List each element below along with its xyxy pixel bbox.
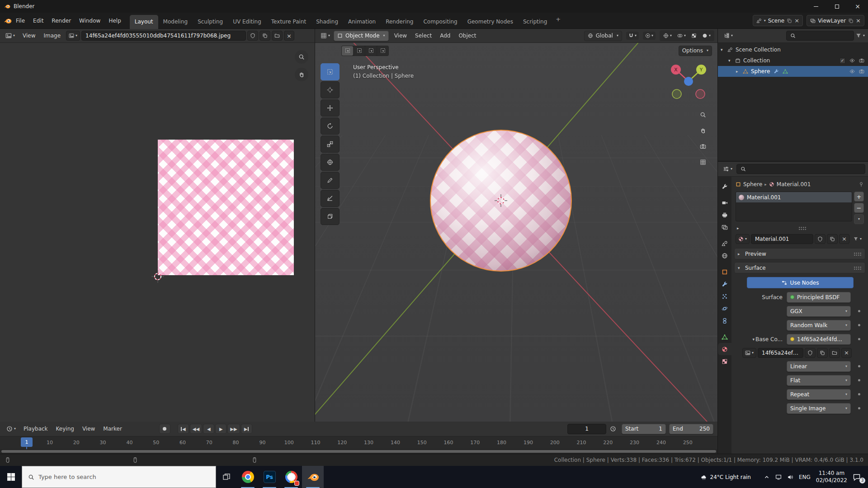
outliner-search[interactable] bbox=[786, 31, 854, 41]
editor-type-button-timeline[interactable]: ▾ bbox=[4, 424, 18, 433]
timeline-scrollbar[interactable] bbox=[0, 449, 717, 454]
maximize-button[interactable] bbox=[826, 0, 847, 13]
image-menu-image[interactable]: Image bbox=[40, 30, 65, 42]
select-mode-new[interactable] bbox=[342, 46, 353, 56]
drag-handle-icon[interactable] bbox=[798, 226, 807, 230]
view-layer-selector[interactable]: ViewLayer × bbox=[807, 15, 864, 26]
breadcrumb-material[interactable]: Material.001 bbox=[777, 181, 811, 188]
eye-icon[interactable] bbox=[849, 69, 855, 74]
animate-dot-icon[interactable] bbox=[858, 365, 860, 367]
zoom-gizmo[interactable] bbox=[295, 50, 308, 64]
tool-transform[interactable] bbox=[321, 154, 340, 171]
camera-icon[interactable] bbox=[859, 69, 864, 74]
tool-rotate[interactable] bbox=[321, 117, 340, 135]
properties-tab-constraint[interactable] bbox=[718, 314, 731, 327]
close-button[interactable]: × bbox=[847, 0, 868, 13]
proportional-editing-toggle[interactable]: ▾ bbox=[643, 32, 656, 40]
gizmo-negative-x-ball[interactable] bbox=[696, 89, 705, 99]
tray-expand-icon[interactable] bbox=[764, 474, 770, 480]
surface-shader-button[interactable]: Principled BSDF bbox=[787, 292, 851, 303]
material-new-button[interactable] bbox=[827, 234, 838, 244]
properties-tab-viewlayer[interactable] bbox=[718, 221, 731, 233]
properties-tab-output[interactable] bbox=[718, 209, 731, 221]
menu-file[interactable]: File bbox=[12, 15, 29, 27]
zoom-icon[interactable] bbox=[700, 112, 706, 118]
image-name-field[interactable]: 14f65a24ef4fd03555010ddb47541611f797b068… bbox=[81, 31, 246, 41]
select-mode-subtract[interactable] bbox=[365, 46, 377, 56]
volume-icon[interactable] bbox=[787, 474, 793, 480]
properties-tab-scene[interactable] bbox=[718, 237, 731, 249]
current-frame-field[interactable]: 1 bbox=[567, 424, 606, 434]
frame-end-field[interactable]: End 250 bbox=[669, 424, 713, 434]
image-name-field-props[interactable]: 14f65a24ef4fd... bbox=[758, 348, 803, 358]
projection-dropdown[interactable]: Flat ▾ bbox=[787, 375, 851, 386]
properties-tab-object[interactable] bbox=[718, 266, 731, 278]
preview-panel-header[interactable]: ▸ Preview bbox=[734, 248, 865, 259]
play-reverse-button[interactable]: ◀ bbox=[203, 424, 214, 434]
browse-image-datablock-button[interactable]: ▾ bbox=[66, 31, 80, 41]
tool-move[interactable] bbox=[321, 99, 340, 117]
editor-type-button-viewport[interactable]: ▾ bbox=[318, 31, 332, 40]
base-color-label[interactable]: ▾ Base Co... bbox=[731, 336, 787, 343]
disclosure-triangle-icon[interactable]: ▾ bbox=[721, 47, 726, 52]
taskbar-weather[interactable]: 24°C Light rain bbox=[701, 474, 751, 480]
properties-tab-data[interactable] bbox=[718, 331, 731, 343]
menu-edit[interactable]: Edit bbox=[29, 15, 47, 27]
material-fake-user-toggle[interactable] bbox=[815, 234, 826, 244]
show-overlays-dropdown[interactable]: ▾ bbox=[675, 32, 688, 40]
chevron-down-icon[interactable]: ▾ bbox=[863, 34, 865, 38]
timeline-ruler[interactable]: 1 10203040506070809010011012013014015016… bbox=[0, 436, 717, 449]
copy-icon[interactable] bbox=[848, 18, 854, 23]
timeline-menu-view[interactable]: View bbox=[78, 423, 99, 435]
image-menu-view[interactable]: View bbox=[19, 30, 39, 42]
properties-tab-modifier[interactable] bbox=[718, 278, 731, 290]
animate-dot-icon[interactable] bbox=[858, 407, 860, 409]
add-workspace-button[interactable]: + bbox=[552, 16, 564, 25]
gizmo-negative-y-ball[interactable] bbox=[672, 89, 681, 99]
tool-add-cube[interactable] bbox=[321, 208, 340, 225]
viewport-menu-object[interactable]: Object bbox=[454, 30, 480, 42]
taskbar-app-chrome[interactable] bbox=[237, 466, 259, 488]
animate-dot-icon[interactable] bbox=[858, 379, 860, 381]
use-nodes-button[interactable]: Use Nodes bbox=[747, 277, 854, 288]
taskbar-search[interactable] bbox=[22, 466, 216, 488]
viewport-menu-select[interactable]: Select bbox=[411, 30, 436, 42]
editor-type-button-image[interactable]: ▾ bbox=[3, 31, 17, 40]
exclude-checkbox[interactable]: ✓ bbox=[840, 58, 845, 64]
navigation-gizmo[interactable]: X Y bbox=[667, 61, 710, 104]
workspace-tab-shading[interactable]: Shading bbox=[311, 15, 343, 29]
reference-image[interactable] bbox=[158, 140, 294, 275]
toggle-xray-button[interactable] bbox=[689, 32, 699, 40]
properties-tab-tool[interactable] bbox=[718, 180, 731, 192]
outliner-row-scene-collection[interactable]: ▾Scene Collection bbox=[718, 44, 868, 55]
jump-to-end-button[interactable]: ▶ bbox=[241, 424, 252, 434]
material-unlink-button[interactable]: × bbox=[839, 234, 849, 244]
tool-cursor[interactable] bbox=[321, 81, 340, 99]
close-icon[interactable]: × bbox=[794, 18, 799, 23]
viewport-menu-add[interactable]: Add bbox=[436, 30, 454, 42]
tool-measure[interactable] bbox=[321, 190, 340, 207]
image-new-button-props[interactable] bbox=[817, 348, 828, 358]
action-center-button[interactable]: 3 bbox=[853, 473, 863, 481]
material-slot-list[interactable]: Material.001 bbox=[736, 192, 852, 221]
tool-scale[interactable] bbox=[321, 136, 340, 153]
remove-material-slot-button[interactable]: − bbox=[854, 203, 864, 213]
camera-icon[interactable] bbox=[859, 58, 864, 63]
material-name-field[interactable]: Material.001 bbox=[751, 234, 813, 244]
ortho-grid-icon[interactable] bbox=[700, 159, 706, 165]
properties-search[interactable] bbox=[736, 164, 865, 174]
base-color-value-button[interactable]: 14f65a24ef4fd... bbox=[787, 334, 851, 345]
select-mode-intersect[interactable] bbox=[377, 46, 388, 56]
source-dropdown[interactable]: Single Image ▾ bbox=[787, 403, 851, 414]
outliner-row-sphere[interactable]: ▸Sphere bbox=[718, 66, 868, 77]
task-view-button[interactable] bbox=[216, 466, 237, 488]
minimize-button[interactable] bbox=[806, 0, 826, 13]
frame-start-field[interactable]: Start 1 bbox=[622, 424, 666, 434]
auto-keying-toggle[interactable] bbox=[159, 424, 170, 434]
surface-panel-header[interactable]: ▾ Surface bbox=[734, 262, 865, 273]
properties-tab-render[interactable] bbox=[718, 197, 731, 209]
outliner-row-collection[interactable]: ▾Collection✓ bbox=[718, 55, 868, 66]
blender-menu-icon[interactable] bbox=[4, 17, 12, 25]
play-button[interactable]: ▶ bbox=[215, 424, 226, 434]
network-icon[interactable] bbox=[775, 474, 782, 480]
